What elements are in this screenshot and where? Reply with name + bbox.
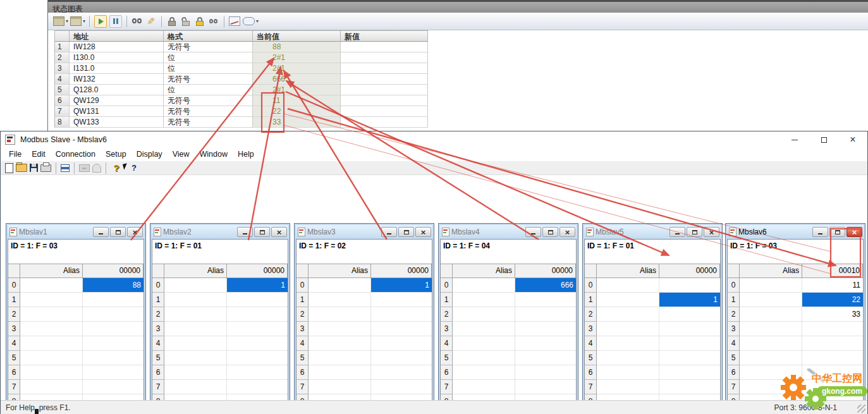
value-cell[interactable] [515, 293, 576, 307]
alias-cell[interactable] [597, 293, 659, 307]
chart-pause-icon[interactable] [109, 15, 122, 28]
current-value-cell[interactable]: 666 [253, 74, 341, 85]
format-column-header[interactable]: 格式 [164, 30, 253, 42]
row-header-cell[interactable]: 1 [441, 293, 453, 307]
unforce-icon[interactable] [180, 16, 192, 27]
alias-cell[interactable] [740, 380, 802, 394]
force-icon[interactable] [166, 16, 178, 27]
new-value-cell[interactable] [341, 95, 428, 106]
alias-cell[interactable] [164, 380, 227, 394]
alias-cell[interactable] [740, 322, 802, 336]
restore-icon[interactable] [110, 227, 126, 237]
alias-cell[interactable] [453, 293, 515, 307]
alias-cell[interactable] [597, 336, 659, 351]
register-column-header[interactable]: 00000 [371, 264, 432, 278]
row-header-cell[interactable]: 0 [585, 278, 597, 293]
delete-chart-icon[interactable] [70, 16, 82, 26]
value-cell[interactable] [371, 351, 432, 365]
value-cell[interactable]: 666 [515, 278, 576, 293]
minimize-icon[interactable] [525, 227, 541, 237]
alias-cell[interactable] [740, 278, 802, 293]
row-header-cell[interactable]: 3 [152, 322, 164, 336]
row-header-cell[interactable]: 2 [441, 307, 453, 322]
help-icon[interactable]: ? [111, 162, 122, 174]
alias-cell[interactable] [20, 278, 83, 293]
current-value-cell[interactable]: 11 [253, 95, 341, 106]
alias-cell[interactable] [164, 336, 227, 351]
value-cell[interactable]: 33 [802, 307, 863, 322]
address-cell[interactable]: QW133 [70, 117, 164, 128]
row-header-cell[interactable]: 3 [585, 322, 597, 336]
alias-column-header[interactable]: Alias [309, 264, 371, 278]
value-cell[interactable]: 11 [802, 278, 863, 293]
value-cell[interactable] [227, 380, 288, 394]
restore-icon[interactable] [542, 227, 558, 237]
alias-cell[interactable] [597, 307, 659, 322]
value-cell[interactable] [802, 351, 863, 365]
alias-cell[interactable] [453, 278, 515, 293]
value-cell[interactable] [227, 336, 288, 351]
current-value-column-header[interactable]: 当前值 [253, 30, 341, 42]
row-header-cell[interactable]: 5 [585, 351, 597, 365]
restore-icon[interactable] [254, 227, 270, 237]
status-table-row[interactable]: 1IW128无符号88 [54, 42, 428, 52]
resize-grip[interactable] [857, 405, 865, 413]
read-forced-icon[interactable] [208, 16, 219, 27]
row-header-cell[interactable]: 7 [441, 380, 453, 394]
mdi-titlebar[interactable]: Mbslav2 [152, 225, 288, 239]
status-table-row[interactable]: 3I131.0位2#1 [54, 63, 428, 74]
value-cell[interactable] [371, 322, 432, 336]
new-value-column-header[interactable]: 新值 [341, 30, 428, 42]
register-column-header[interactable]: 00010 [802, 264, 863, 278]
maximize-icon[interactable] [809, 131, 838, 148]
alias-cell[interactable] [164, 322, 227, 336]
row-header-cell[interactable]: 0 [728, 278, 740, 293]
row-header-cell[interactable]: 6 [441, 365, 453, 380]
value-cell[interactable] [227, 307, 288, 322]
close-icon[interactable] [127, 227, 143, 237]
alias-cell[interactable] [164, 293, 227, 307]
address-cell[interactable]: QW129 [70, 95, 164, 106]
row-header-cell[interactable]: 5 [296, 351, 309, 365]
value-cell[interactable] [659, 278, 720, 293]
menu-view[interactable]: View [168, 148, 195, 161]
restore-icon[interactable] [398, 227, 414, 237]
value-cell[interactable] [83, 380, 144, 394]
alias-column-header[interactable]: Alias [164, 264, 227, 278]
value-cell[interactable]: 1 [371, 278, 432, 293]
value-cell[interactable] [83, 336, 144, 351]
row-number-cell[interactable]: 3 [54, 63, 70, 74]
minimize-icon[interactable] [237, 227, 253, 237]
menu-edit[interactable]: Edit [27, 148, 51, 161]
mdi-titlebar[interactable]: Mbslav1 [8, 225, 144, 239]
alias-cell[interactable] [453, 351, 515, 365]
alias-column-header[interactable]: Alias [597, 264, 659, 278]
row-header-cell[interactable]: 1 [728, 293, 740, 307]
value-cell[interactable] [659, 380, 720, 394]
new-value-cell[interactable] [341, 117, 428, 128]
value-cell[interactable] [371, 365, 432, 380]
value-cell[interactable] [227, 322, 288, 336]
new-value-cell[interactable] [341, 42, 428, 52]
value-cell[interactable] [659, 351, 720, 365]
current-value-cell[interactable]: 88 [253, 42, 341, 52]
minimize-icon[interactable] [93, 227, 109, 237]
value-cell[interactable] [371, 307, 432, 322]
value-cell[interactable] [515, 307, 576, 322]
status-table-row[interactable]: 4IW132无符号666 [54, 74, 428, 85]
trend-view-icon[interactable] [229, 16, 240, 26]
mdi-titlebar[interactable]: Mbslav5 [584, 225, 721, 239]
value-cell[interactable] [227, 293, 288, 307]
value-cell[interactable] [515, 336, 576, 351]
alias-cell[interactable] [309, 380, 371, 394]
mdi-window-mbslav2[interactable]: Mbslav2ID = 1: F = 01Alias00000011234567… [150, 223, 290, 414]
row-header-cell[interactable]: 6 [152, 365, 164, 380]
value-cell[interactable] [371, 380, 432, 394]
alias-column-header[interactable]: Alias [740, 264, 802, 278]
alias-cell[interactable] [453, 322, 515, 336]
alias-cell[interactable] [20, 322, 83, 336]
alias-cell[interactable] [164, 278, 227, 293]
format-cell[interactable]: 位 [164, 52, 253, 63]
row-header-cell[interactable]: 4 [152, 336, 164, 351]
minimize-icon[interactable] [669, 227, 685, 237]
